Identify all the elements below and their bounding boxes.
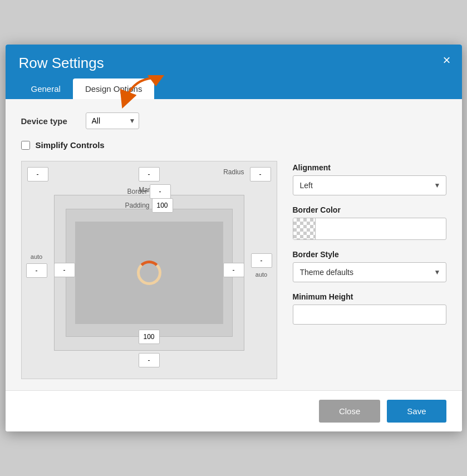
box-widget-inner: Radius Margin auto auto: [22, 161, 277, 379]
modal-footer: Close Save: [6, 390, 462, 431]
margin-top-left-input-wrap: [27, 167, 48, 181]
right-dash-input[interactable]: [251, 253, 272, 268]
box-model-widget: Radius Margin auto auto: [21, 161, 277, 379]
tabs-container: General Design Options: [19, 78, 449, 99]
margin-top-center-input-wrap: [139, 167, 160, 181]
tab-general[interactable]: General: [19, 78, 73, 99]
content-box: [75, 222, 223, 324]
minimum-height-field-group: Minimum Height: [293, 292, 446, 325]
device-type-select-wrapper: All Desktop Tablet Mobile ▼: [86, 112, 139, 129]
border-style-field-group: Border Style Theme defaults None Solid D…: [293, 250, 446, 282]
simplify-controls-row: Simplify Controls: [21, 140, 446, 150]
padding-bottom-input[interactable]: [139, 330, 160, 344]
device-type-row: Device type All Desktop Tablet Mobile ▼: [21, 112, 446, 129]
border-color-field[interactable]: [293, 218, 446, 240]
content-area: Radius Margin auto auto: [21, 161, 446, 379]
alignment-select-wrapper: Left Center Right ▼: [293, 175, 446, 195]
alignment-select[interactable]: Left Center Right: [293, 175, 446, 195]
border-color-input[interactable]: [316, 224, 446, 233]
border-style-label: Border Style: [293, 250, 446, 259]
margin-top-right-input[interactable]: [250, 167, 271, 181]
bottom-input-wrap: [139, 353, 160, 367]
right-panel: Alignment Left Center Right ▼ Border Col…: [293, 161, 446, 379]
margin-top-right-input-wrap: [250, 167, 271, 181]
radius-label: Radius: [223, 168, 244, 176]
middle-left-dash1-input[interactable]: [54, 263, 75, 277]
alignment-field-group: Alignment Left Center Right ▼: [293, 163, 446, 195]
close-button[interactable]: Close: [319, 400, 380, 423]
middle-right-inputs: [223, 263, 244, 277]
margin-top-center-input[interactable]: [139, 167, 160, 181]
left-inputs: auto: [26, 253, 47, 278]
bottom-dash-input[interactable]: [139, 353, 160, 367]
modal-body: Device type All Desktop Tablet Mobile ▼ …: [6, 99, 462, 390]
modal-header: Row Settings × General Design Options: [6, 45, 462, 99]
loading-spinner-icon: [137, 261, 161, 285]
left-dash-input[interactable]: [26, 263, 47, 278]
right-auto-label: auto: [255, 271, 267, 278]
middle-left-inputs: [54, 263, 75, 277]
device-type-select[interactable]: All Desktop Tablet Mobile: [86, 112, 139, 129]
border-color-label: Border Color: [293, 205, 446, 214]
left-auto-label: auto: [31, 253, 42, 260]
minimum-height-input[interactable]: [293, 305, 446, 325]
modal-container: Row Settings × General Design Options De…: [6, 45, 462, 431]
simplify-controls-checkbox[interactable]: [21, 141, 30, 150]
right-inputs: auto: [251, 253, 272, 278]
border-label: Border: [127, 188, 147, 195]
border-input[interactable]: [150, 184, 171, 199]
border-style-select-wrapper: Theme defaults None Solid Dashed Dotted …: [293, 262, 446, 282]
save-button[interactable]: Save: [387, 400, 446, 423]
middle-right-dash1-input[interactable]: [223, 263, 244, 277]
border-box-outer: Border Padding: [54, 195, 244, 351]
simplify-controls-label: Simplify Controls: [36, 140, 105, 150]
padding-label-row: Padding: [125, 198, 173, 213]
margin-top-left-input[interactable]: [27, 167, 48, 181]
tab-design-options[interactable]: Design Options: [73, 78, 155, 99]
minimum-height-label: Minimum Height: [293, 292, 446, 301]
padding-box: Padding: [66, 209, 233, 337]
padding-bottom-input-wrap: [139, 330, 160, 344]
padding-input[interactable]: [152, 198, 173, 213]
device-type-label: Device type: [21, 116, 77, 126]
border-label-row: Border: [127, 184, 170, 199]
border-style-select[interactable]: Theme defaults None Solid Dashed Dotted …: [293, 262, 446, 282]
alignment-label: Alignment: [293, 163, 446, 172]
color-swatch: [293, 218, 316, 239]
modal-title: Row Settings: [19, 55, 449, 72]
close-icon-button[interactable]: ×: [443, 53, 450, 67]
border-color-field-group: Border Color: [293, 205, 446, 240]
padding-label: Padding: [125, 202, 149, 209]
